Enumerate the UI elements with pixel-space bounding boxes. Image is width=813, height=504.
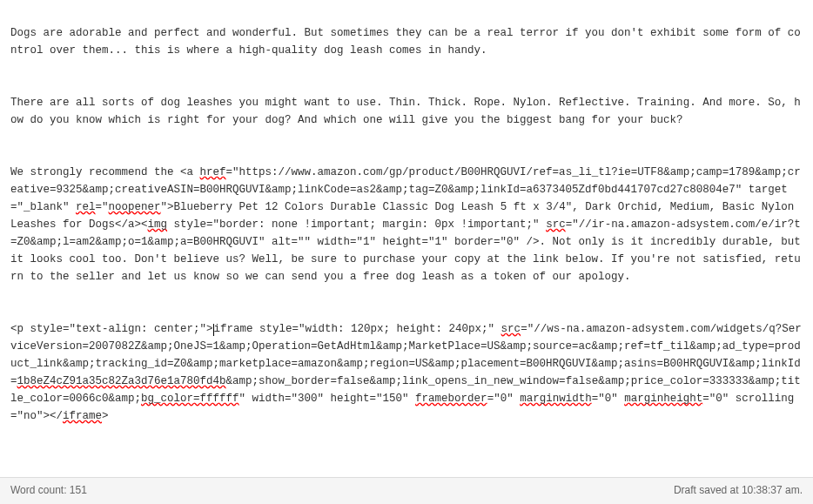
paragraph-3: We strongly recommend the <a href="https… <box>10 164 803 286</box>
code-editor[interactable]: Dogs are adorable and perfect and wonder… <box>0 0 813 477</box>
spell-noopener: noopener <box>109 201 161 213</box>
spell-bgcolor: bg_color=ffffff <box>141 393 239 405</box>
spell-src-2: src <box>501 323 521 335</box>
word-count: Word count: 151 <box>10 482 87 499</box>
spell-frameborder: frameborder <box>415 393 487 405</box>
spell-marginwidth: marginwidth <box>520 393 592 405</box>
spell-linkid: 1b8eZ4cZ91a35c82Za3d76e1a780fd4b <box>17 375 226 387</box>
spell-src-1: src <box>546 218 566 231</box>
draft-saved: Draft saved at 10:38:37 am. <box>674 482 803 499</box>
spell-img: img <box>148 218 168 231</box>
text-cursor <box>213 324 214 336</box>
paragraph-1: Dogs are adorable and perfect and wonder… <box>10 24 803 59</box>
spell-marginheight: marginheight <box>624 393 702 405</box>
paragraph-2: There are all sorts of dog leashes you m… <box>10 94 803 129</box>
paragraph-4: <p style="text-align: center;">iframe st… <box>10 320 803 425</box>
spell-href: href <box>200 166 226 178</box>
status-bar: Word count: 151 Draft saved at 10:38:37 … <box>0 477 813 504</box>
spell-iframe: iframe <box>63 410 102 422</box>
spell-rel: rel <box>76 201 96 213</box>
